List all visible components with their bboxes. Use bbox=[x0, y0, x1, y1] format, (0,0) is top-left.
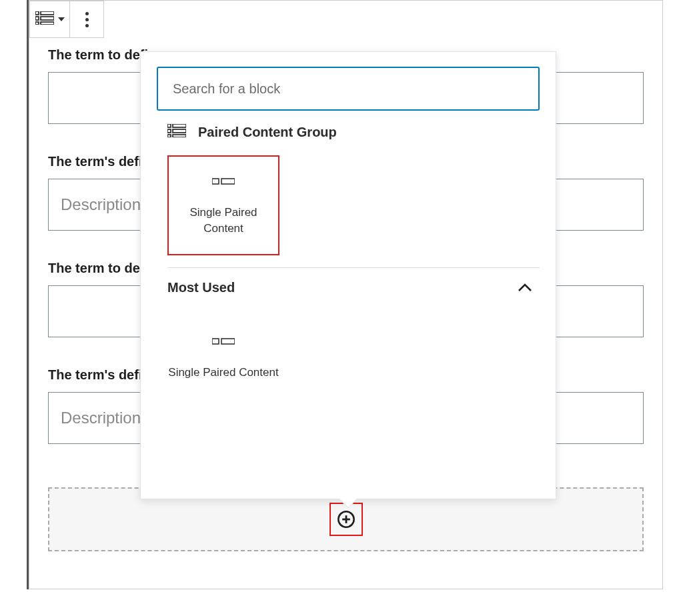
svg-rect-10 bbox=[173, 124, 186, 127]
more-options-button[interactable] bbox=[70, 1, 103, 37]
paired-content-icon bbox=[212, 174, 235, 190]
block-group-label: Paired Content Group bbox=[198, 125, 337, 140]
add-block-button[interactable] bbox=[329, 503, 363, 536]
caret-down-icon bbox=[58, 17, 65, 21]
svg-rect-13 bbox=[167, 135, 171, 137]
svg-rect-1 bbox=[41, 11, 54, 15]
svg-rect-2 bbox=[35, 17, 39, 20]
svg-rect-3 bbox=[41, 17, 54, 20]
divider bbox=[167, 267, 540, 268]
search-input[interactable] bbox=[157, 67, 540, 111]
paired-content-icon bbox=[212, 334, 235, 350]
grid-icon bbox=[35, 11, 54, 27]
chevron-up-icon bbox=[517, 283, 533, 293]
svg-rect-17 bbox=[212, 339, 219, 344]
block-group-header: Paired Content Group bbox=[167, 124, 540, 141]
svg-rect-0 bbox=[35, 11, 39, 15]
more-vertical-icon bbox=[85, 12, 89, 27]
svg-rect-15 bbox=[212, 179, 219, 184]
plus-circle-icon bbox=[337, 510, 356, 529]
svg-rect-9 bbox=[167, 124, 171, 127]
block-type-button[interactable] bbox=[30, 1, 70, 37]
section-label: Most Used bbox=[167, 280, 235, 295]
block-item-label: Single Paired Content bbox=[169, 205, 278, 237]
svg-rect-4 bbox=[35, 22, 39, 25]
svg-rect-14 bbox=[173, 135, 186, 137]
block-item-single-paired-content[interactable]: Single Paired Content bbox=[167, 307, 279, 407]
svg-rect-5 bbox=[41, 22, 54, 25]
most-used-section[interactable]: Most Used bbox=[167, 280, 540, 295]
grid-icon bbox=[167, 124, 186, 141]
svg-rect-12 bbox=[173, 129, 186, 133]
svg-rect-16 bbox=[221, 179, 235, 184]
svg-rect-18 bbox=[221, 339, 235, 344]
block-item-single-paired-content[interactable]: Single Paired Content bbox=[167, 155, 279, 255]
block-toolbar bbox=[29, 1, 104, 38]
block-item-label: Single Paired Content bbox=[168, 365, 278, 381]
svg-rect-11 bbox=[167, 129, 171, 133]
block-inserter-popover: Paired Content Group Single Paired Conte… bbox=[140, 51, 556, 499]
